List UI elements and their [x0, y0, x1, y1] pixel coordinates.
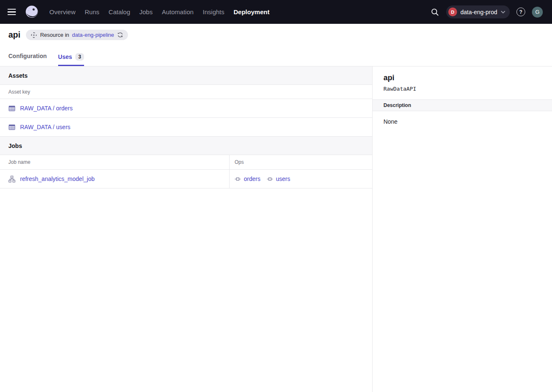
panel-resource-name: api	[383, 74, 541, 82]
tab-bar: Configuration Uses 3	[8, 51, 544, 66]
panel-resource-type: RawDataAPI	[383, 86, 541, 92]
job-name-column-header: Job name	[0, 155, 230, 170]
nav-item-automation[interactable]: Automation	[162, 8, 194, 15]
deployment-initial-badge: D	[448, 8, 457, 16]
table-icon	[8, 124, 15, 131]
op-icon	[235, 176, 241, 182]
assets-section-header: Assets	[0, 66, 372, 85]
main-area: Assets Asset key RAW_DATA / orders	[0, 66, 552, 392]
resource-detail-panel: api RawDataAPI Description None	[372, 66, 552, 392]
chevron-down-icon	[501, 10, 506, 14]
panel-description-value: None	[373, 111, 552, 132]
code-location-link[interactable]: data-eng-pipeline	[72, 32, 114, 38]
op-link[interactable]: users	[276, 176, 290, 182]
job-link[interactable]: refresh_analytics_model_job	[20, 176, 95, 182]
nav-item-overview[interactable]: Overview	[49, 8, 76, 15]
jobs-table: Job name Ops refresh_analytics_model_job	[0, 155, 372, 188]
tab-uses-label: Uses	[58, 53, 72, 60]
nav-item-catalog[interactable]: Catalog	[109, 8, 130, 15]
jobs-section-header: Jobs	[0, 137, 372, 155]
deployment-name: data-eng-prod	[460, 9, 497, 15]
op-tag-orders[interactable]: orders	[235, 176, 261, 182]
op-link[interactable]: orders	[244, 176, 261, 182]
op-icon	[267, 176, 273, 182]
asset-link[interactable]: RAW_DATA / orders	[20, 105, 73, 112]
nav-item-jobs[interactable]: Jobs	[139, 8, 153, 15]
nav-item-insights[interactable]: Insights	[203, 8, 225, 15]
panel-description-header: Description	[373, 99, 552, 111]
nav-item-runs[interactable]: Runs	[85, 8, 100, 15]
top-navbar: Overview Runs Catalog Jobs Automation In…	[0, 0, 552, 24]
tab-uses-count-badge: 3	[75, 53, 84, 61]
dagster-octopus-icon	[23, 4, 40, 20]
job-row-ops-cell: orders users	[230, 170, 372, 188]
resource-badge-text: Resource in	[40, 32, 69, 38]
user-avatar[interactable]: G	[532, 7, 543, 18]
tab-uses[interactable]: Uses 3	[58, 53, 84, 66]
dagster-logo-icon[interactable]	[23, 4, 40, 20]
jobs-section-title: Jobs	[8, 143, 22, 149]
resource-icon	[31, 32, 37, 38]
resource-badge: Resource in data-eng-pipeline	[26, 30, 128, 40]
page-title: api	[8, 30, 20, 40]
navbar-right: D data-eng-prod ? G	[430, 5, 543, 18]
menu-icon[interactable]	[8, 7, 18, 17]
search-icon[interactable]	[430, 8, 440, 17]
nav-item-deployment[interactable]: Deployment	[234, 8, 270, 15]
assets-section-title: Assets	[8, 72, 28, 79]
tab-configuration-label: Configuration	[8, 53, 47, 59]
tab-configuration[interactable]: Configuration	[8, 53, 47, 66]
asset-row-orders[interactable]: RAW_DATA / orders	[0, 99, 372, 118]
asset-row-users[interactable]: RAW_DATA / users	[0, 118, 372, 137]
job-row-name-cell[interactable]: refresh_analytics_model_job	[0, 170, 230, 188]
asset-link[interactable]: RAW_DATA / users	[20, 124, 70, 130]
uses-content: Assets Asset key RAW_DATA / orders	[0, 66, 372, 392]
asset-key-column-header: Asset key	[0, 85, 372, 99]
job-graph-icon	[8, 176, 15, 183]
deployment-switcher[interactable]: D data-eng-prod	[446, 5, 510, 18]
primary-nav: Overview Runs Catalog Jobs Automation In…	[49, 8, 269, 15]
help-icon[interactable]: ?	[516, 8, 525, 16]
page-header: api Resource in data-eng-pipeline	[0, 24, 552, 66]
op-tag-users[interactable]: users	[267, 176, 290, 182]
ops-column-header: Ops	[230, 155, 372, 170]
table-icon	[8, 105, 15, 112]
refresh-icon[interactable]	[117, 32, 123, 38]
